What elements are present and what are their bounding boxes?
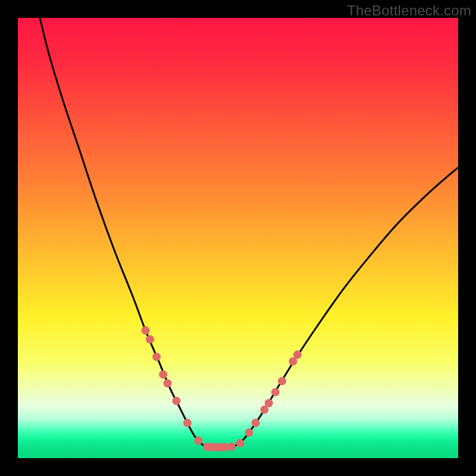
data-marker	[146, 335, 154, 343]
data-marker	[271, 388, 280, 396]
chart-background	[18, 18, 458, 458]
data-marker	[278, 377, 286, 386]
chart-frame	[18, 18, 458, 458]
data-marker	[183, 419, 192, 427]
data-marker	[245, 428, 253, 437]
data-marker	[142, 326, 150, 334]
data-marker	[159, 370, 167, 378]
attribution-text: TheBottleneck.com	[347, 2, 471, 19]
data-marker	[236, 439, 245, 447]
bottleneck-chart	[18, 18, 458, 458]
data-marker	[172, 397, 180, 405]
data-marker	[293, 350, 302, 359]
data-marker	[152, 353, 161, 361]
data-marker	[164, 379, 172, 387]
data-marker	[265, 399, 273, 408]
data-marker	[194, 436, 202, 444]
data-marker	[252, 419, 260, 427]
data-marker	[227, 443, 236, 451]
